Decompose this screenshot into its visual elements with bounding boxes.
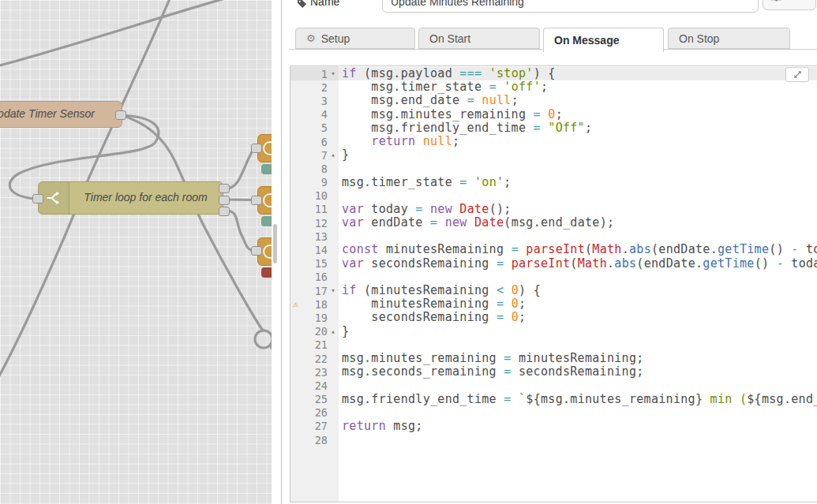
node-port-output[interactable] — [219, 196, 230, 205]
line-number: 7 — [321, 149, 328, 162]
code-line: 3 msg.end_date = null; — [290, 94, 817, 107]
node-red-app: Update Timer Sensor Timer loop for each … — [0, 0, 817, 504]
flow-node-clipped-teal-1[interactable] — [261, 164, 272, 174]
flow-node-clipped-red[interactable] — [261, 267, 272, 278]
fold-open-icon[interactable]: ▾ — [328, 284, 339, 297]
node-port-input[interactable] — [251, 196, 262, 205]
code-line: 7▴} — [290, 148, 817, 162]
code-line: 27return msg; — [290, 420, 817, 433]
code-text — [339, 271, 817, 284]
gutter-cell: 26 — [290, 406, 339, 420]
line-number: 12 — [315, 217, 328, 230]
line-number: 10 — [315, 189, 328, 202]
code-editor[interactable]: 1▾if (msg.payload === 'stop') {2 msg.tim… — [290, 65, 817, 502]
code-line: 16 — [290, 271, 817, 284]
gutter-cell: 24 — [290, 379, 339, 392]
code-line: 20▴} — [290, 325, 817, 338]
line-number: 1 — [321, 68, 328, 80]
code-line: 10 — [290, 189, 817, 203]
gutter-cell: 2 — [290, 80, 339, 94]
line-number: 24 — [315, 379, 328, 392]
node-port-input[interactable] — [32, 194, 43, 203]
code-line: 12var endDate = new Date(msg.end_date); — [290, 216, 817, 230]
line-number: 13 — [315, 230, 328, 243]
code-text: var today = new Date(); — [339, 203, 817, 216]
code-line: 11var today = new Date(); — [290, 203, 817, 216]
gutter-cell: 9 — [290, 176, 339, 189]
line-number: 5 — [321, 121, 328, 134]
tab-on-start[interactable]: On Start — [418, 28, 540, 49]
code-line: 22msg.minutes_remaining = minutesRemaini… — [290, 352, 817, 365]
line-number: 14 — [315, 244, 328, 256]
book-icon — [770, 0, 782, 5]
gutter-cell: 25 — [290, 393, 339, 406]
fold-close-icon[interactable]: ▴ — [328, 148, 339, 162]
tab-label: On Message — [554, 34, 619, 47]
code-line: 23msg.seconds_remaining = secondsRemaini… — [290, 365, 817, 379]
canvas-scrollbar-thumb[interactable] — [273, 224, 277, 263]
name-input[interactable] — [382, 0, 759, 13]
gear-icon: ⚙ — [306, 33, 316, 43]
code-line: 4 msg.minutes_remaining = 0; — [290, 108, 817, 121]
line-number: 6 — [321, 136, 328, 148]
line-number: 3 — [321, 95, 328, 107]
flow-canvas[interactable]: Update Timer Sensor Timer loop for each … — [0, 0, 272, 504]
wire — [121, 115, 263, 330]
clock-icon — [263, 193, 272, 207]
line-number: 23 — [315, 366, 328, 379]
fold-open-icon[interactable]: ▾ — [328, 67, 339, 80]
gutter-cell: 8 — [290, 162, 339, 175]
gutter-cell: 28 — [290, 433, 339, 446]
code-text: msg.timer_state = 'on'; — [339, 176, 817, 189]
node-port-output[interactable] — [219, 184, 230, 193]
line-number: 4 — [321, 108, 328, 121]
wire — [270, 345, 272, 366]
code-text: secondsRemaining = 0; — [339, 311, 817, 324]
gutter-cell: 1▾ — [290, 67, 339, 80]
code-line: 1▾if (msg.payload === 'stop') { — [290, 67, 817, 80]
flow-wires — [0, 0, 272, 504]
flow-node-update-timer-sensor[interactable]: Update Timer Sensor — [0, 101, 122, 128]
flow-node-timer-loop[interactable]: Timer loop for each room — [38, 181, 223, 215]
code-line: 17▾if (minutesRemaining < 0) { — [290, 284, 817, 297]
node-port-input[interactable] — [251, 144, 262, 153]
line-number: 11 — [315, 203, 328, 215]
code-text — [339, 189, 817, 203]
code-line: 9msg.timer_state = 'on'; — [290, 176, 817, 189]
wire — [0, 0, 230, 66]
line-number: 2 — [321, 81, 328, 94]
line-number: 19 — [315, 312, 328, 324]
line-number: 25 — [315, 393, 328, 405]
code-text: var secondsRemaining = parseInt(Math.abs… — [339, 257, 817, 271]
line-number: 28 — [315, 434, 328, 446]
tab-label: On Start — [429, 32, 470, 45]
code-text: return null; — [339, 135, 817, 148]
gutter-cell: 11 — [290, 203, 339, 216]
code-line: 28 — [290, 433, 817, 446]
gutter-cell: 27 — [290, 420, 339, 433]
wire — [226, 151, 253, 189]
gutter-cell: 7▴ — [290, 148, 339, 162]
tab-on-message[interactable]: On Message — [543, 28, 664, 52]
code-text: if (minutesRemaining < 0) { — [339, 284, 817, 297]
library-button[interactable]: ▾ — [763, 0, 816, 10]
tab-on-stop[interactable]: On Stop — [668, 28, 790, 49]
node-port-output[interactable] — [219, 207, 230, 216]
tab-setup[interactable]: ⚙Setup — [295, 28, 415, 49]
code-line: 26 — [290, 406, 817, 420]
wire — [226, 200, 253, 200]
code-text: const minutesRemaining = parseInt(Math.a… — [339, 243, 817, 256]
code-line: 5 msg.friendly_end_time = "Off"; — [290, 121, 817, 135]
edit-dialog-tray: Name ▾ ⚙SetupOn StartOn MessageOn Stop 1… — [281, 0, 817, 504]
node-port-input[interactable] — [251, 246, 262, 256]
code-line: 13 — [290, 230, 817, 243]
warning-icon: ⚠ — [293, 297, 298, 311]
gutter-cell: 22 — [290, 352, 339, 365]
expand-editor-button[interactable] — [785, 67, 809, 82]
line-number: 9 — [321, 176, 328, 189]
flow-node-clipped-teal-2[interactable] — [261, 216, 272, 226]
node-port-output[interactable] — [115, 110, 126, 120]
fold-close-icon[interactable]: ▴ — [328, 325, 339, 338]
code-text: msg.friendly_end_time = `${msg.minutes_r… — [339, 393, 817, 406]
code-line: 6 return null; — [290, 135, 817, 148]
